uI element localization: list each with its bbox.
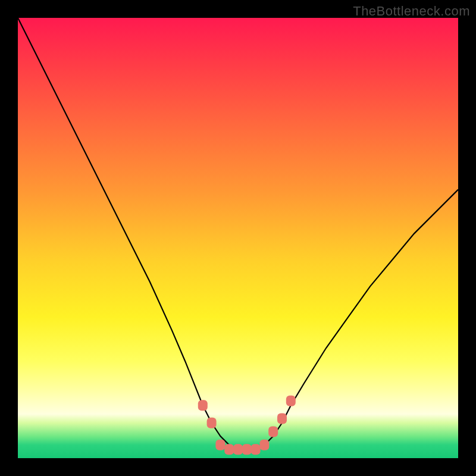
chart-frame: TheBottleneck.com [0, 0, 476, 476]
curve-marker [207, 418, 217, 428]
chart-svg [18, 18, 458, 458]
curve-marker [224, 444, 234, 455]
plot-area [18, 18, 458, 458]
curve-marker [233, 444, 243, 455]
curve-marker [268, 427, 278, 437]
curve-marker [251, 444, 261, 455]
bottleneck-curve [18, 18, 458, 449]
attribution-watermark: TheBottleneck.com [353, 4, 470, 19]
curve-marker [277, 413, 287, 424]
curve-marker [259, 440, 269, 450]
curve-marker [198, 400, 208, 411]
curve-marker [286, 396, 296, 406]
curve-marker [215, 440, 225, 450]
curve-marker [242, 444, 252, 455]
